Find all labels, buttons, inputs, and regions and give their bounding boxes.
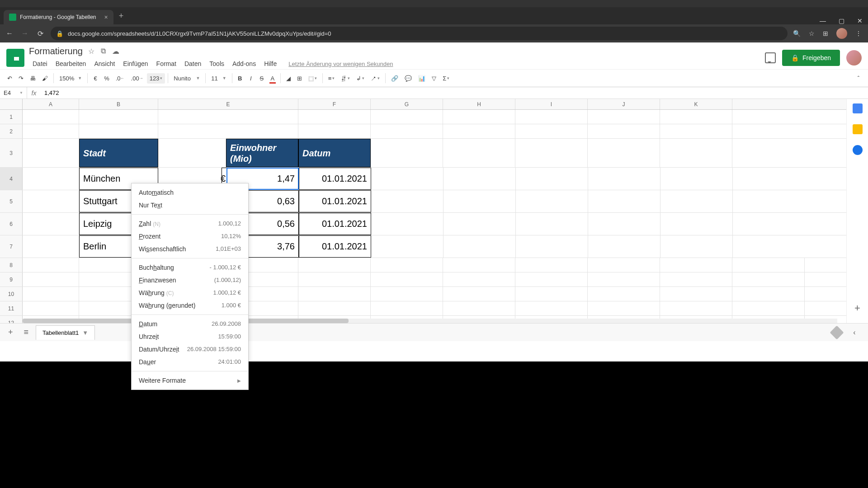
all-sheets-button[interactable]: ≡ — [20, 326, 33, 339]
cell[interactable] — [23, 258, 79, 272]
fill-color-button[interactable]: ◢ — [283, 73, 293, 84]
functions-icon[interactable]: Σ▾ — [440, 73, 452, 84]
row-header[interactable]: 11 — [0, 301, 23, 315]
halign-button[interactable]: ≡▾ — [326, 73, 338, 84]
cell[interactable] — [732, 272, 805, 286]
cell[interactable] — [23, 235, 79, 258]
cell[interactable] — [298, 124, 371, 138]
bookmark-icon[interactable]: ☆ — [809, 30, 815, 37]
cell[interactable] — [515, 139, 588, 167]
url-input[interactable]: 🔒 docs.google.com/spreadsheets/d/1L0CRXr… — [51, 27, 788, 40]
cell[interactable] — [660, 258, 732, 272]
last-edit-text[interactable]: Letzte Änderung vor wenigen Sekunden — [285, 59, 396, 69]
add-sheet-button[interactable]: + — [5, 326, 17, 339]
cell[interactable] — [588, 287, 660, 301]
zoom-select[interactable]: 150%▼ — [57, 73, 85, 84]
cell[interactable] — [443, 110, 515, 124]
window-minimize-icon[interactable]: — — [820, 17, 826, 24]
select-all-corner[interactable] — [0, 99, 23, 109]
explore-icon[interactable] — [830, 325, 844, 339]
cell[interactable] — [515, 272, 588, 286]
text-color-button[interactable]: A — [268, 73, 278, 84]
undo-icon[interactable]: ↶ — [5, 73, 15, 84]
cell[interactable] — [23, 213, 79, 235]
cell[interactable] — [588, 124, 660, 138]
doc-title[interactable]: Formatierung — [29, 46, 83, 56]
cell[interactable] — [443, 124, 515, 138]
format-menu-item[interactable]: Automatisch — [132, 186, 248, 199]
link-icon[interactable]: 🔗 — [388, 73, 401, 84]
rotate-button[interactable]: ⭧▾ — [368, 73, 382, 84]
addons-plus-icon[interactable]: + — [854, 302, 860, 314]
cell[interactable] — [23, 139, 79, 167]
star-icon[interactable]: ☆ — [88, 47, 94, 56]
strike-button[interactable]: S — [257, 73, 267, 84]
cell[interactable] — [588, 258, 660, 272]
cell[interactable] — [371, 287, 443, 301]
decrease-decimal-button[interactable]: .0← — [113, 73, 127, 84]
row-header[interactable]: 3 — [0, 139, 23, 167]
col-header-g[interactable]: G — [371, 99, 443, 109]
cell[interactable] — [515, 124, 588, 138]
cell[interactable] — [371, 110, 443, 124]
keep-icon[interactable] — [853, 124, 863, 134]
cell[interactable] — [298, 272, 371, 286]
format-percent-button[interactable]: % — [101, 73, 112, 84]
cell[interactable] — [660, 124, 732, 138]
cell[interactable] — [588, 190, 660, 212]
more-formats-button[interactable]: 123▾ — [147, 73, 165, 84]
header-datum[interactable]: Datum — [298, 139, 371, 167]
collapse-toolbar-icon[interactable]: ˆ — [854, 73, 863, 84]
sheets-logo-icon[interactable] — [6, 49, 24, 67]
cell[interactable] — [23, 272, 79, 286]
cloud-icon[interactable]: ☁ — [112, 47, 119, 56]
cell[interactable] — [660, 235, 733, 258]
header-stadt[interactable]: Stadt — [79, 139, 158, 167]
menu-addons[interactable]: Add-ons — [229, 58, 259, 69]
cell[interactable] — [23, 287, 79, 301]
tab-close-icon[interactable]: × — [104, 14, 108, 21]
col-header-e[interactable]: E — [158, 99, 298, 109]
cell[interactable] — [515, 301, 588, 315]
cell[interactable] — [371, 168, 443, 190]
cell[interactable] — [79, 110, 158, 124]
row-header[interactable]: 6 — [0, 213, 23, 235]
cell[interactable] — [515, 287, 588, 301]
menu-daten[interactable]: Daten — [181, 58, 205, 69]
cell[interactable] — [371, 139, 443, 167]
font-select[interactable]: Nunito▼ — [171, 73, 203, 84]
cell[interactable] — [371, 124, 443, 138]
col-header-i[interactable]: I — [515, 99, 588, 109]
bold-button[interactable]: B — [235, 73, 245, 84]
sheet-tab[interactable]: Tabellenblatt1 ▼ — [36, 325, 95, 340]
cell[interactable] — [516, 168, 588, 190]
new-tab-button[interactable]: + — [113, 8, 129, 24]
cell[interactable] — [371, 235, 443, 258]
cell-datum[interactable]: 01.01.2021 — [299, 168, 371, 190]
cell[interactable] — [732, 258, 805, 272]
print-icon[interactable]: 🖶 — [27, 73, 38, 84]
menu-einfuegen[interactable]: Einfügen — [119, 58, 151, 69]
row-header[interactable]: 2 — [0, 124, 23, 138]
cell[interactable] — [371, 213, 443, 235]
cell[interactable] — [158, 139, 226, 167]
format-menu-item[interactable]: Zahl(N)1.000,12 — [132, 217, 248, 230]
format-menu-item[interactable]: Uhrzeit15:59:00 — [132, 330, 248, 343]
col-header-b[interactable]: B — [79, 99, 158, 109]
cell[interactable] — [443, 235, 516, 258]
format-menu-item[interactable]: Buchhaltung- 1.000,12 € — [132, 261, 248, 274]
italic-button[interactable]: I — [246, 73, 256, 84]
account-avatar[interactable] — [846, 50, 862, 66]
menu-bearbeiten[interactable]: Bearbeiten — [52, 58, 90, 69]
format-currency-button[interactable]: € — [90, 73, 100, 84]
cell[interactable] — [443, 168, 516, 190]
formula-bar[interactable]: 1,472 — [41, 89, 868, 96]
menu-datei[interactable]: Datei — [29, 58, 51, 69]
format-menu-item[interactable]: Währung (gerundet)1.000 € — [132, 299, 248, 312]
row-header[interactable]: 8 — [0, 258, 23, 272]
borders-button[interactable]: ⊞ — [294, 73, 305, 84]
cell[interactable] — [371, 272, 443, 286]
row-header[interactable]: 7 — [0, 235, 23, 258]
increase-decimal-button[interactable]: .00→ — [128, 73, 146, 84]
cell[interactable] — [443, 213, 516, 235]
